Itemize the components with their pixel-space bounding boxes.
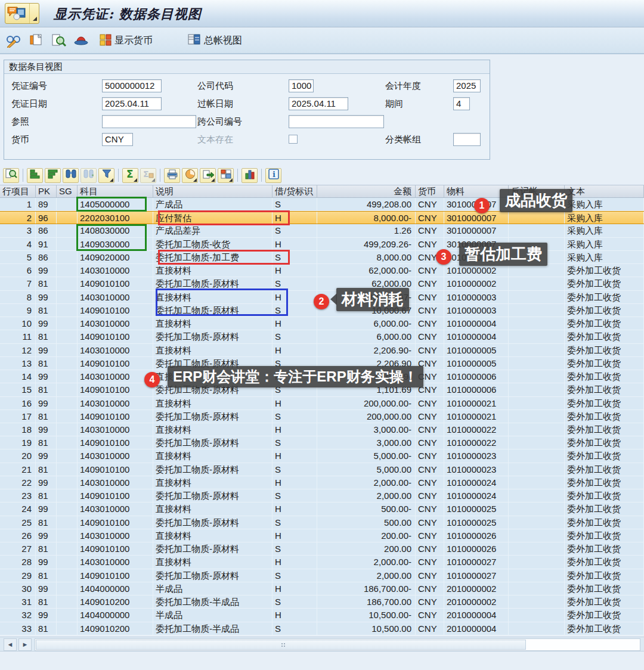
cell-text: 委外加工收货 xyxy=(565,264,644,277)
cell-item: 25 xyxy=(0,516,36,529)
column-header-pk[interactable]: PK xyxy=(36,185,57,197)
cell-text: 委外加工收货 xyxy=(565,449,644,462)
table-row[interactable]: 2962202030100应付暂估H8,000.00-CNY3010000007… xyxy=(0,211,644,224)
cell-item: 3 xyxy=(0,224,36,237)
table-row[interactable]: 32991404000000半成品H10,500.00-CNY201000000… xyxy=(0,609,644,622)
table-row[interactable]: 16991403010000直接材料H200,000.00-CNY1010000… xyxy=(0,397,644,410)
scrollbar-track[interactable] xyxy=(35,638,640,651)
column-header-account[interactable]: 科目 xyxy=(78,185,153,197)
sort-ascending-button[interactable] xyxy=(27,168,43,183)
table-row[interactable]: 4911409030000委托加工物质-收货H499,209.26-CNY301… xyxy=(0,238,644,251)
services-dropdown-arrow[interactable] xyxy=(29,4,39,23)
total-button[interactable]: Σ xyxy=(122,168,138,183)
table-row[interactable]: 20991403010000直接材料H5,000.00-CNY101000002… xyxy=(0,449,644,463)
table-row[interactable]: 6991403010000直接材料H62,000.00-CNY101000000… xyxy=(0,264,644,277)
table-row[interactable]: 5861409020000委托加工物质-加工费S8,000.00CNY30100… xyxy=(0,251,644,264)
scroll-right-button[interactable]: ► xyxy=(18,638,32,651)
posting-date-input[interactable]: 2025.04.11 xyxy=(289,97,348,110)
scrollbar-grip xyxy=(281,643,286,648)
sort-descending-button[interactable] xyxy=(45,168,61,183)
cell-text: 委外加工收货 xyxy=(565,330,644,343)
cell-amount: 186,700.00- xyxy=(317,582,416,595)
table-row[interactable]: 25811409010100委托加工物质-原材料S500.00CNY101000… xyxy=(0,516,644,529)
table-row[interactable]: 30991404000000半成品H186,700.00-CNY20100000… xyxy=(0,582,644,595)
column-header-material[interactable]: 物料 xyxy=(444,185,509,197)
print-button[interactable] xyxy=(164,168,180,183)
document-number-input[interactable]: 5000000012 xyxy=(102,79,162,92)
column-header-dc-indicator[interactable]: 借/贷标识 xyxy=(273,185,317,197)
column-header-item[interactable]: 行项目 xyxy=(0,185,36,197)
cell-dc-indicator: S xyxy=(273,595,317,608)
cell-pk: 81 xyxy=(36,542,57,555)
copy-icon[interactable] xyxy=(27,32,44,49)
document-date-input[interactable]: 2025.04.11 xyxy=(102,97,162,110)
scrollbar-thumb[interactable] xyxy=(36,640,526,650)
cell-reverse-posting xyxy=(509,556,565,568)
table-row[interactable]: 23811409010100委托加工物质-原材料S2,000.00CNY1010… xyxy=(0,489,644,502)
table-row[interactable]: 28991403010000直接材料H2,000.00-CNY101000002… xyxy=(0,556,644,569)
cell-account: 1405000000 xyxy=(78,198,153,210)
details-button[interactable] xyxy=(3,168,19,183)
cell-account: 1403010000 xyxy=(78,370,153,383)
table-row[interactable]: 11811409010100委托加工物质-原材料S6,000.00CNY1010… xyxy=(0,330,644,343)
table-row[interactable]: 10991403010000直接材料H6,000.00-CNY101000000… xyxy=(0,317,644,330)
find-next-button[interactable] xyxy=(80,168,97,183)
table-row[interactable]: 24991403010000直接材料H500.00-CNY1010000025委… xyxy=(0,502,644,516)
views-button[interactable] xyxy=(182,168,198,183)
reference-input[interactable] xyxy=(102,115,196,128)
subtotal-button[interactable]: Σ xyxy=(140,168,156,183)
services-for-object-button[interactable] xyxy=(5,3,39,24)
cell-description: 委托加工物质-加工费 xyxy=(153,251,273,263)
table-row[interactable]: 7811409010100委托加工物质-原材料S62,000.00CNY1010… xyxy=(0,277,644,290)
gl-view-button[interactable]: 总帐视图 xyxy=(184,32,246,49)
column-header-currency[interactable]: 货币 xyxy=(416,185,444,197)
table-row[interactable]: 12991403010000直接材料H2,206.90-CNY101000000… xyxy=(0,344,644,357)
find-button[interactable] xyxy=(63,168,79,183)
export-button[interactable] xyxy=(200,168,216,183)
search-document-icon[interactable] xyxy=(50,32,67,49)
texts-exist-checkbox[interactable] xyxy=(289,135,298,144)
table-row[interactable]: 31811409010200委托加工物质-半成品S186,700.00CNY20… xyxy=(0,595,644,609)
filter-button[interactable] xyxy=(98,168,114,183)
display-change-icon[interactable] xyxy=(5,32,21,49)
graphic-button[interactable] xyxy=(242,168,258,183)
field-label: 会计年度 xyxy=(385,79,421,92)
table-row[interactable]: 3861408030000产成品差异S1.26CNY3010000007采购入库 xyxy=(0,224,644,237)
hat-icon[interactable] xyxy=(73,32,89,49)
table-row[interactable]: 17811409010100委托加工物质-原材料S200,000.00CNY10… xyxy=(0,410,644,423)
table-row[interactable]: 19811409010100委托加工物质-原材料S3,000.00CNY1010… xyxy=(0,436,644,449)
cell-account: 1409020000 xyxy=(78,251,153,263)
scroll-left-button[interactable]: ◄ xyxy=(4,638,17,651)
column-header-description[interactable]: 说明 xyxy=(153,185,273,197)
cell-material: 1010000026 xyxy=(444,529,509,542)
table-row[interactable]: 33811409010200委托加工物质-半成品S10,500.00CNY201… xyxy=(0,622,644,635)
currency-input[interactable]: CNY xyxy=(102,133,133,146)
cell-text: 采购入库 xyxy=(565,224,644,237)
column-header-sg[interactable]: SG xyxy=(57,185,78,197)
table-row[interactable]: 27811409010100委托加工物质-原材料S200.00CNY101000… xyxy=(0,542,644,556)
info-button[interactable]: i xyxy=(265,168,281,183)
cell-sg xyxy=(57,556,78,568)
cell-pk: 99 xyxy=(36,529,57,542)
choose-layout-icon xyxy=(220,168,232,182)
column-header-amount[interactable]: 金额 xyxy=(317,185,416,197)
cell-reverse-posting xyxy=(509,397,565,410)
table-row[interactable]: 18991403010000直接材料H3,000.00-CNY101000002… xyxy=(0,423,644,436)
fiscal-year-input[interactable]: 2025 xyxy=(453,79,481,92)
ledger-group-input[interactable] xyxy=(453,133,481,146)
choose-layout-button[interactable] xyxy=(218,168,234,183)
period-input[interactable]: 4 xyxy=(453,97,470,110)
table-row[interactable]: 21811409010100委托加工物质-原材料S5,000.00CNY1010… xyxy=(0,463,644,476)
cross-company-input[interactable] xyxy=(289,115,384,128)
cell-currency: CNY xyxy=(416,224,444,237)
cell-pk: 81 xyxy=(36,622,57,635)
cell-text: 采购入库 xyxy=(565,238,644,250)
table-row[interactable]: 22991403010000直接材料H2,000.00-CNY101000002… xyxy=(0,476,644,489)
display-currency-button[interactable]: 显示货币 xyxy=(95,32,156,49)
table-row[interactable]: 26991403010000直接材料H200.00-CNY1010000026委… xyxy=(0,529,644,542)
company-code-input[interactable]: 1000 xyxy=(289,79,314,92)
column-header-text[interactable]: 文本 xyxy=(565,185,644,197)
cell-material: 1010000006 xyxy=(444,383,509,396)
table-row[interactable]: 29811409010100委托加工物质-原材料S2,000.00CNY1010… xyxy=(0,569,644,582)
cell-account: 1404000000 xyxy=(78,582,153,595)
